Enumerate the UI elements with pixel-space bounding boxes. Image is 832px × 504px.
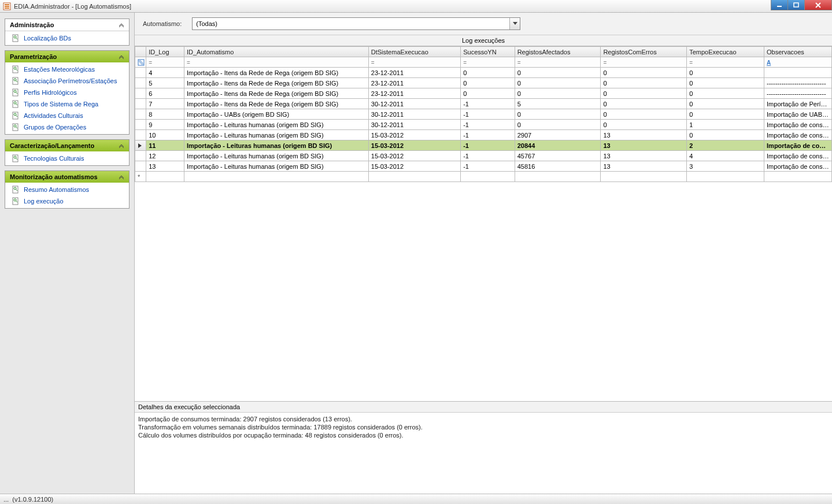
table-cell[interactable]: 1 — [687, 120, 764, 130]
table-cell[interactable]: 30-12-2011 — [368, 99, 460, 109]
sidebar-item[interactable]: Tecnologias Culturais — [5, 153, 129, 164]
table-cell[interactable]: Importação - Leituras humanas (origem BD… — [184, 120, 369, 130]
table-cell[interactable]: Importação de consu... — [764, 161, 832, 172]
table-cell[interactable]: -1 — [461, 99, 515, 109]
table-cell[interactable] — [515, 172, 601, 182]
table-cell[interactable]: Importação - UABs (origem BD SIG) — [184, 109, 369, 120]
table-cell[interactable]: 12 — [146, 151, 184, 161]
filter-cell[interactable]: = — [515, 57, 601, 68]
sidebar-item[interactable]: Log execução — [5, 195, 129, 207]
table-cell[interactable]: 0 — [461, 78, 515, 88]
table-cell[interactable]: Importação - Leituras humanas (origem BD… — [184, 130, 369, 140]
row-handle[interactable] — [135, 120, 146, 130]
column-header[interactable]: ID_Log — [146, 47, 184, 57]
column-header[interactable]: RegistosComErros — [601, 47, 687, 57]
table-cell[interactable]: -1 — [461, 140, 515, 151]
table-cell[interactable]: 0 — [601, 88, 687, 99]
table-row[interactable]: 6Importação - Itens da Rede de Rega (ori… — [135, 88, 832, 99]
table-row[interactable]: 5Importação - Itens da Rede de Rega (ori… — [135, 78, 832, 88]
sidebar-item[interactable]: Tipos de Sistema de Rega — [5, 98, 129, 110]
table-cell[interactable]: 4 — [146, 68, 184, 78]
table-row[interactable]: 9Importação - Leituras humanas (origem B… — [135, 120, 832, 130]
table-cell[interactable]: 0 — [601, 99, 687, 109]
row-handle[interactable] — [135, 130, 146, 140]
table-cell[interactable]: 0 — [461, 68, 515, 78]
table-cell[interactable]: Importação - Itens da Rede de Rega (orig… — [184, 68, 369, 78]
filter-cell[interactable]: A — [764, 57, 832, 68]
table-cell[interactable]: 9 — [146, 120, 184, 130]
filter-cell[interactable]: = — [461, 57, 515, 68]
row-handle[interactable] — [135, 161, 146, 172]
column-header[interactable]: ID_Automatismo — [184, 47, 369, 57]
column-header[interactable]: RegistosAfectados — [515, 47, 601, 57]
table-cell[interactable]: ---------------------------- — [764, 88, 832, 99]
table-cell[interactable]: Importação - Itens da Rede de Rega (orig… — [184, 88, 369, 99]
table-cell[interactable]: 30-12-2011 — [368, 120, 460, 130]
table-cell[interactable]: 0 — [601, 68, 687, 78]
table-cell[interactable] — [146, 172, 184, 182]
table-cell[interactable]: Importação - Leituras humanas (origem BD… — [184, 140, 369, 151]
row-handle[interactable] — [135, 78, 146, 88]
sidebar-item[interactable]: Localização BDs — [5, 32, 129, 44]
table-cell[interactable]: 13 — [601, 130, 687, 140]
table-cell[interactable]: 15-03-2012 — [368, 140, 460, 151]
automatismo-combo[interactable]: (Todas) — [192, 17, 520, 30]
table-cell[interactable]: 0 — [461, 88, 515, 99]
column-header[interactable]: TempoExecucao — [687, 47, 764, 57]
minimize-button[interactable] — [771, 0, 788, 10]
table-cell[interactable]: Importação de UABs t... — [764, 109, 832, 120]
filter-indicator-cell[interactable] — [135, 57, 146, 68]
table-cell[interactable]: ---------------------------- — [764, 78, 832, 88]
table-cell[interactable]: 13 — [601, 151, 687, 161]
table-cell[interactable]: 0 — [515, 109, 601, 120]
table-cell[interactable]: 3 — [687, 161, 764, 172]
table-cell[interactable]: 20844 — [515, 140, 601, 151]
table-row[interactable]: 4Importação - Itens da Rede de Rega (ori… — [135, 68, 832, 78]
grid[interactable]: ID_LogID_AutomatismoDtSistemaExecucaoSuc… — [135, 46, 832, 401]
table-cell[interactable]: -1 — [461, 130, 515, 140]
table-row[interactable]: 10Importação - Leituras humanas (origem … — [135, 130, 832, 140]
row-handle[interactable] — [135, 99, 146, 109]
table-cell[interactable]: 13 — [146, 161, 184, 172]
table-row[interactable]: 7Importação - Itens da Rede de Rega (ori… — [135, 99, 832, 109]
new-row[interactable]: * — [135, 172, 832, 182]
filter-cell[interactable]: = — [368, 57, 460, 68]
sidebar-item[interactable]: Actividades Culturais — [5, 110, 129, 121]
sidebar-item[interactable]: Estações Meteorológicas — [5, 64, 129, 75]
table-cell[interactable]: 0 — [601, 109, 687, 120]
table-cell[interactable]: 0 — [687, 78, 764, 88]
row-handle[interactable] — [135, 140, 146, 151]
table-cell[interactable]: 0 — [515, 120, 601, 130]
table-cell[interactable]: 45767 — [515, 151, 601, 161]
row-handle[interactable] — [135, 68, 146, 78]
table-cell[interactable]: Importação de consu... — [764, 130, 832, 140]
table-cell[interactable]: 0 — [687, 130, 764, 140]
table-cell[interactable]: 0 — [687, 99, 764, 109]
close-button[interactable] — [804, 0, 832, 10]
filter-cell[interactable]: = — [601, 57, 687, 68]
table-cell[interactable]: 13 — [601, 140, 687, 151]
table-cell[interactable]: 0 — [687, 109, 764, 120]
table-cell[interactable]: 0 — [601, 78, 687, 88]
table-cell[interactable]: 30-12-2011 — [368, 109, 460, 120]
table-cell[interactable]: 23-12-2011 — [368, 68, 460, 78]
table-cell[interactable] — [601, 172, 687, 182]
maximize-button[interactable] — [787, 0, 805, 10]
table-cell[interactable]: 2 — [687, 140, 764, 151]
table-cell[interactable]: -1 — [461, 161, 515, 172]
filter-cell[interactable]: = — [687, 57, 764, 68]
row-handle[interactable] — [135, 109, 146, 120]
table-cell[interactable]: 13 — [601, 161, 687, 172]
table-row[interactable]: 13Importação - Leituras humanas (origem … — [135, 161, 832, 172]
table-cell[interactable]: Importação - Itens da Rede de Rega (orig… — [184, 78, 369, 88]
table-cell[interactable] — [368, 172, 460, 182]
column-header[interactable]: SucessoYN — [461, 47, 515, 57]
table-cell[interactable]: Importação de consu... — [764, 120, 832, 130]
table-cell[interactable]: 15-03-2012 — [368, 161, 460, 172]
table-cell[interactable]: 0 — [687, 88, 764, 99]
table-cell[interactable]: 4 — [687, 151, 764, 161]
panel-header[interactable]: Parametrização — [5, 51, 129, 62]
table-cell[interactable]: Importação - Leituras humanas (origem BD… — [184, 151, 369, 161]
panel-header[interactable]: Monitorização automatismos — [5, 171, 129, 183]
table-cell[interactable]: 2907 — [515, 130, 601, 140]
